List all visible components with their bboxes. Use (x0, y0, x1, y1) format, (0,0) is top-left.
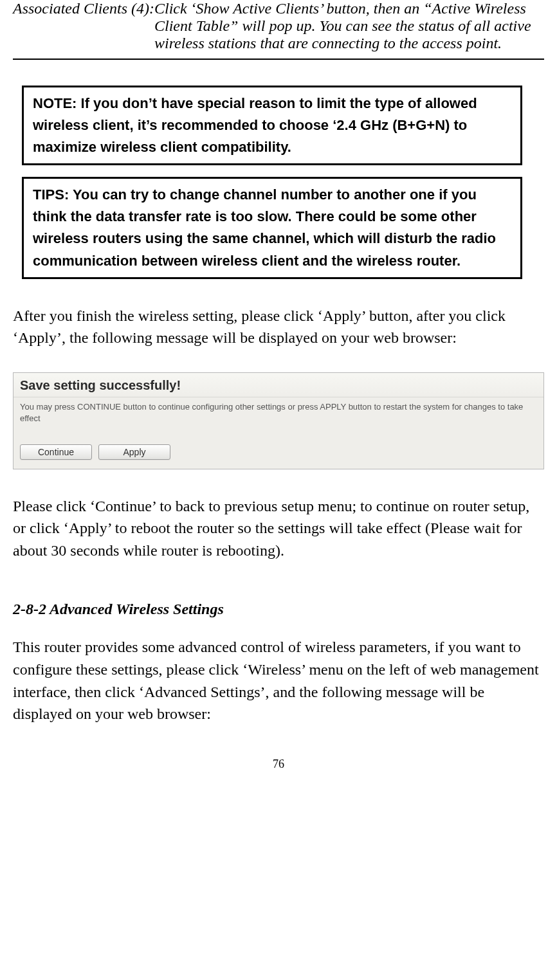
save-success-panel: Save setting successfully! You may press… (13, 372, 544, 469)
associated-clients-block: Associated Clients (4): Click ‘Show Acti… (13, 0, 544, 52)
advanced-intro-paragraph: This router provides some advanced contr… (13, 636, 544, 725)
after-apply-paragraph: After you finish the wireless setting, p… (13, 305, 544, 350)
associated-clients-label: Associated Clients (4): (13, 0, 154, 52)
section-divider (13, 59, 544, 60)
associated-clients-body: Click ‘Show Active Clients’ button, then… (154, 0, 544, 52)
note-box: NOTE: If you don’t have special reason t… (22, 86, 522, 165)
advanced-wireless-heading: 2-8-2 Advanced Wireless Settings (13, 601, 544, 618)
apply-button[interactable]: Apply (98, 444, 170, 460)
tips-box: TIPS: You can try to change channel numb… (22, 177, 522, 278)
save-success-title: Save setting successfully! (14, 373, 543, 397)
continue-button[interactable]: Continue (20, 444, 92, 460)
continue-apply-paragraph: Please click ‘Continue’ to back to previ… (13, 495, 544, 562)
save-success-button-row: Continue Apply (14, 444, 543, 469)
page-number: 76 (13, 758, 544, 771)
save-success-description: You may press CONTINUE button to continu… (14, 397, 543, 444)
